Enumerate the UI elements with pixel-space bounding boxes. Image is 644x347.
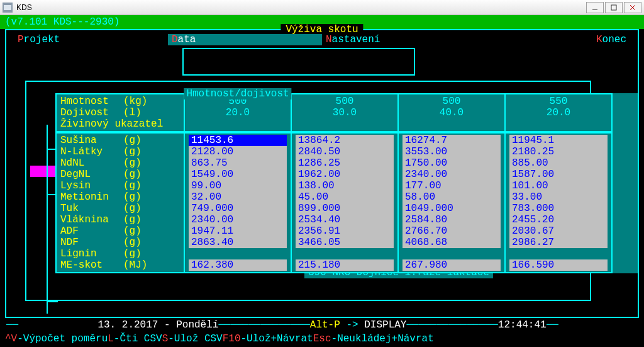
value-cell[interactable]: 16274.7: [402, 135, 501, 146]
row-label: DegNL(g): [60, 169, 180, 180]
row-label: NdNL(g): [60, 157, 180, 169]
svg-rect-1: [4, 5, 11, 10]
title-bar: KDS: [0, 0, 644, 15]
svg-rect-3: [611, 5, 616, 10]
col-2-header: 500 30.0: [292, 93, 399, 132]
value-cell[interactable]: 2986.27: [509, 237, 608, 248]
value-cell[interactable]: 166.590: [509, 259, 608, 271]
value-cell[interactable]: 177.00: [402, 180, 501, 191]
value-cell[interactable]: 32.00: [189, 191, 287, 203]
value-cell[interactable]: 885.00: [509, 157, 608, 169]
status-time: 12:44:41: [498, 319, 547, 331]
value-cell[interactable]: 4068.68: [402, 237, 501, 248]
value-cell[interactable]: 45.00: [296, 191, 394, 203]
value-cell[interactable]: 1049.000: [402, 203, 501, 214]
value-cell[interactable]: 2180.25: [509, 146, 608, 157]
minimize-button[interactable]: [586, 2, 604, 13]
main-frame: Výživa skotu Projekt Data Nastavení Kone…: [5, 29, 639, 318]
value-cell[interactable]: 2766.70: [402, 225, 501, 237]
value-cell[interactable]: 783.000: [509, 203, 608, 214]
value-cell[interactable]: 3466.05: [296, 237, 394, 248]
menu-konec[interactable]: Konec: [476, 34, 630, 45]
menu-projekt[interactable]: Projekt: [14, 34, 168, 45]
value-cell[interactable]: 101.00: [509, 180, 608, 191]
col-4-header: 550 20.0: [506, 93, 613, 132]
data-panel: Hmotnost(kg) Dojivost(l) Živinový ukazat…: [55, 93, 638, 273]
value-cell[interactable]: 1947.11: [189, 225, 287, 237]
app-icon: [3, 3, 13, 13]
value-cell[interactable]: 13864.2: [296, 135, 394, 146]
value-cell[interactable]: 2584.80: [402, 214, 501, 225]
value-cell[interactable]: 1286.25: [296, 157, 394, 169]
status-bar: ── 13. 2.2017 - Pondělí ────────────────…: [0, 318, 644, 332]
value-cell[interactable]: 2030.67: [509, 225, 608, 237]
status-altp: Alt-P -> DISPLAY: [310, 319, 407, 331]
value-cell[interactable]: 2534.40: [296, 214, 394, 225]
menu-nastaveni[interactable]: Nastavení: [322, 34, 476, 45]
value-cell[interactable]: 162.380: [189, 259, 287, 271]
value-cell[interactable]: 2863.40: [189, 237, 287, 248]
value-cell[interactable]: 215.180: [296, 259, 394, 271]
row-label: ME-skot(MJ): [60, 259, 180, 271]
row-label: ADF(g): [60, 225, 180, 237]
value-cell[interactable]: 1962.00: [296, 169, 394, 180]
value-cell[interactable]: 1549.00: [189, 169, 287, 180]
close-button[interactable]: [624, 2, 641, 13]
value-cell[interactable]: 267.980: [402, 259, 501, 271]
value-cell[interactable]: 2455.20: [509, 214, 608, 225]
value-cell[interactable]: 2340.00: [189, 214, 287, 225]
row-label: Sušina(g): [60, 135, 180, 146]
value-cell[interactable]: 138.00: [296, 180, 394, 191]
panel-caption: Hmotnost/dojivost: [184, 88, 291, 100]
window-title: KDS: [16, 2, 32, 13]
value-cell[interactable]: 11453.6: [189, 135, 287, 146]
row-label: Vláknina(g): [60, 214, 180, 225]
maximize-button[interactable]: [605, 2, 623, 13]
row-label: Lignin(g): [60, 248, 180, 259]
value-cell[interactable]: 99.00: [189, 180, 287, 191]
status-date: 13. 2.2017 - Pondělí: [97, 319, 218, 331]
row-label: N-Látky(g): [60, 146, 180, 157]
value-cell[interactable]: 863.75: [189, 157, 287, 169]
value-cell[interactable]: 1587.00: [509, 169, 608, 180]
menu-data[interactable]: Data: [168, 34, 322, 45]
value-cell[interactable]: 33.00: [509, 191, 608, 203]
value-cell[interactable]: 3553.00: [402, 146, 501, 157]
value-cell[interactable]: 2840.50: [296, 146, 394, 157]
row-label: Lysin(g): [60, 180, 180, 191]
value-cell[interactable]: 11945.1: [509, 135, 608, 146]
col-1-header: Hmotnost/dojivost 500 20.0: [185, 93, 292, 132]
value-cell[interactable]: 2128.00: [189, 146, 287, 157]
value-cell[interactable]: 2356.91: [296, 225, 394, 237]
row-label: Metionin(g): [60, 191, 180, 203]
value-cell[interactable]: 58.00: [402, 191, 501, 203]
row-label: Tuk(g): [60, 203, 180, 214]
dropdown-frame: [182, 48, 415, 76]
col-3-header: 500 40.0: [399, 93, 506, 132]
value-cell[interactable]: 1750.00: [402, 157, 501, 169]
value-cell[interactable]: 2340.00: [402, 169, 501, 180]
row-label: NDF(g): [60, 237, 180, 248]
value-cell[interactable]: 749.000: [189, 203, 287, 214]
value-cell[interactable]: 899.000: [296, 203, 394, 214]
footer-bar: ^V-Výpočet poměru L-Čti CSV S-Ulož CSV F…: [0, 332, 644, 347]
row-headers: Hmotnost(kg) Dojivost(l) Živinový ukazat…: [55, 93, 185, 132]
